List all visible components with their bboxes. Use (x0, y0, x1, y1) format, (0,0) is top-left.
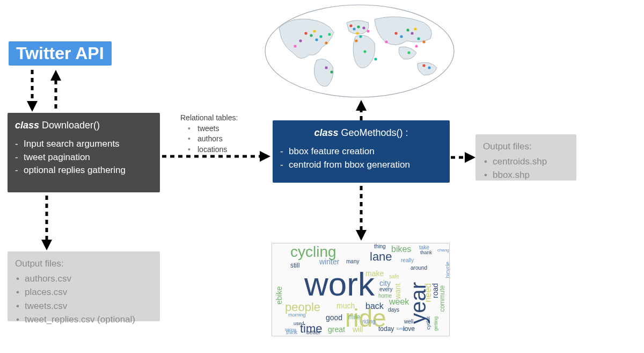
wordcloud-word: winter (319, 257, 339, 266)
downloader-classname: Downloader() (42, 120, 100, 131)
arrow-downloader-output (39, 193, 55, 253)
map-point (359, 35, 362, 38)
map-point (325, 41, 327, 44)
output-left-item: tweet_replies.csv (optional) (15, 313, 152, 327)
wordcloud-word: commute (438, 285, 446, 312)
arrow-downloader-geomethods (160, 148, 273, 164)
wordcloud-word: want (393, 283, 402, 299)
rel-tables-title: Relational tables: (180, 113, 238, 124)
map-point (363, 50, 366, 53)
wordcloud-word: cyclist (426, 316, 431, 330)
wordcloud-word: lane (370, 250, 392, 264)
wordcloud-word: safe (389, 273, 399, 279)
map-point (417, 37, 420, 40)
wordcloud-word: love (403, 325, 415, 333)
wordcloud-word: riding (362, 319, 375, 325)
geomethods-classname: GeoMethods() : (341, 127, 408, 138)
wordcloud-word: used (294, 321, 304, 326)
map-point (415, 45, 418, 47)
svg-marker-8 (41, 240, 52, 250)
wordcloud-word: great (328, 325, 345, 334)
output-left-title: Output files: (15, 257, 152, 271)
wordcloud-word: bikes (391, 244, 411, 254)
map-point (385, 40, 387, 43)
map-point (325, 66, 327, 69)
wordcloud-word: home (378, 293, 392, 299)
wordcloud-word: still (290, 262, 299, 269)
wordcloud-word: will (353, 325, 363, 334)
output-left-item: places.csv (15, 285, 152, 299)
map-point (407, 51, 410, 54)
wordcloud-word: getting (433, 316, 438, 331)
world-map (263, 3, 456, 99)
wordcloud-word: biking (285, 327, 296, 332)
svg-marker-14 (465, 152, 475, 163)
map-point (422, 40, 425, 43)
map-point (362, 26, 365, 29)
wordcloud-word: back (365, 301, 384, 311)
map-point (294, 45, 296, 47)
wordcloud-word: long (397, 326, 405, 331)
output-right-title: Output files: (483, 140, 569, 154)
wordcloud-word: thing (374, 243, 386, 249)
map-point (299, 39, 302, 42)
map-point (428, 66, 430, 69)
wordcloud-word: morning (288, 312, 306, 318)
twitter-api-box: Twitter API (9, 41, 112, 66)
output-right-item: bbox.shp (483, 168, 569, 182)
wordcloud-word: many (346, 258, 359, 264)
wordcloud-word: today (378, 325, 394, 333)
map-point (330, 70, 333, 73)
rel-tables-item: authors (188, 134, 238, 145)
output-right-list: centroids.shp bbox.shp (483, 155, 569, 182)
map-point (304, 32, 307, 34)
geomethods-item: bbox feature creation (280, 145, 442, 159)
wordcloud-word: around (411, 265, 427, 271)
map-point (422, 64, 425, 67)
map-point (355, 39, 357, 42)
arrow-geomethods-wordcloud (353, 184, 369, 243)
wordcloud-word: ebike (275, 286, 283, 304)
map-point (349, 24, 352, 27)
wordcloud-word: every (379, 286, 392, 292)
output-left-list: authors.csv places.csv tweets.csv tweet_… (15, 272, 152, 327)
arrow-geomethods-outputright (450, 149, 477, 165)
output-right-box: Output files: centroids.shp bbox.shp (475, 134, 576, 181)
map-point (400, 35, 402, 38)
geomethods-item: centroid from bbox generation (280, 159, 442, 172)
wordcloud-word: mile (348, 313, 360, 321)
wordcloud-word: bicycle (445, 262, 450, 278)
wordcloud-word: thank (420, 250, 432, 255)
svg-marker-12 (356, 230, 367, 241)
output-left-box: Output files: authors.csv places.csv twe… (8, 251, 160, 321)
downloader-title: class Downloader() (15, 118, 152, 132)
rel-tables-item: tweets (188, 124, 238, 134)
map-point (319, 35, 322, 38)
output-right-item: centroids.shp (483, 155, 569, 169)
wordcloud-word: make (365, 269, 384, 278)
map-point (374, 57, 377, 60)
geomethods-box: class GeoMethods() : bbox feature creati… (273, 120, 450, 183)
class-keyword: class (314, 127, 338, 138)
map-point (328, 33, 331, 35)
map-point (315, 38, 318, 41)
map-point (411, 32, 413, 34)
svg-marker-10 (356, 100, 367, 111)
output-left-item: tweets.csv (15, 299, 152, 313)
map-point (357, 25, 360, 28)
output-left-item: authors.csv (15, 272, 152, 286)
map-point (353, 27, 355, 30)
arrow-api-downloader (21, 67, 86, 114)
downloader-box: class Downloader() Input search argument… (8, 113, 160, 192)
wordcloud-word: better (306, 329, 320, 335)
map-point (356, 32, 358, 34)
wordcloud-word: work (304, 265, 375, 303)
map-point (310, 34, 312, 37)
downloader-item: optional replies gathering (15, 164, 152, 177)
wordcloud-word: days (388, 307, 399, 313)
wordcloud-word: good (326, 313, 342, 322)
map-point (414, 27, 416, 30)
wordcloud-word: well (404, 319, 413, 325)
downloader-item: Input search arguments (15, 138, 152, 151)
map-point (394, 32, 397, 34)
